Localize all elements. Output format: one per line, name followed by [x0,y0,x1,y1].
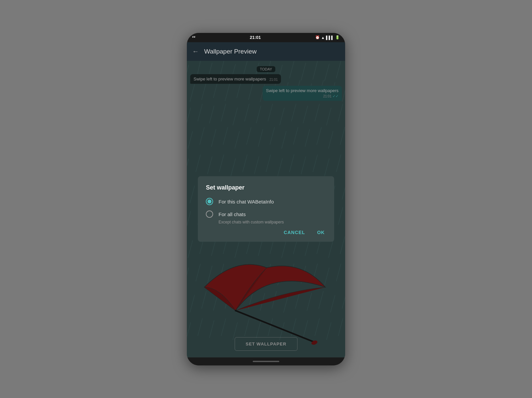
alarm-icon: ⏰ [315,35,320,40]
bottom-bar [187,357,345,365]
back-button[interactable]: ← [192,48,199,55]
status-sleep: ᶻᶻ [192,35,196,40]
phone-frame: ᶻᶻ 21:01 ⏰ ▲ ▌▌▌ 🔋 ← Wallpaper Preview [187,33,345,365]
page-title: Wallpaper Preview [204,48,257,55]
app-bar: ← Wallpaper Preview [187,42,345,61]
radio-label-all-chats: For all chats [218,211,246,217]
status-bar: ᶻᶻ 21:01 ⏰ ▲ ▌▌▌ 🔋 [187,33,345,42]
signal-icon: ▌▌▌ [326,36,334,40]
radio-option-all-chats[interactable]: For all chats [206,210,327,218]
dialog-title: Set wallpaper [206,184,327,191]
battery-icon: 🔋 [335,35,340,40]
status-icons: ⏰ ▲ ▌▌▌ 🔋 [315,35,340,40]
home-indicator[interactable] [253,361,279,362]
set-wallpaper-dialog: Set wallpaper For this chat WABetaInfo F… [198,176,334,242]
radio-button-all-chats[interactable] [206,210,213,218]
radio-button-this-chat[interactable] [206,198,213,205]
wallpaper-preview-area: TODAY Swipe left to preview more wallpap… [187,61,345,357]
status-time: 21:01 [250,35,261,40]
radio-option-this-chat[interactable]: For this chat WABetaInfo [206,198,327,205]
radio-label-this-chat: For this chat WABetaInfo [218,199,274,204]
cancel-button[interactable]: CANCEL [281,228,308,236]
modal-overlay: Set wallpaper For this chat WABetaInfo F… [187,61,345,357]
ok-button[interactable]: OK [315,228,328,236]
wifi-icon: ▲ [321,36,325,40]
dialog-actions: CANCEL OK [206,228,327,236]
radio-sublabel-all-chats: Except chats with custom wallpapers [218,220,327,224]
